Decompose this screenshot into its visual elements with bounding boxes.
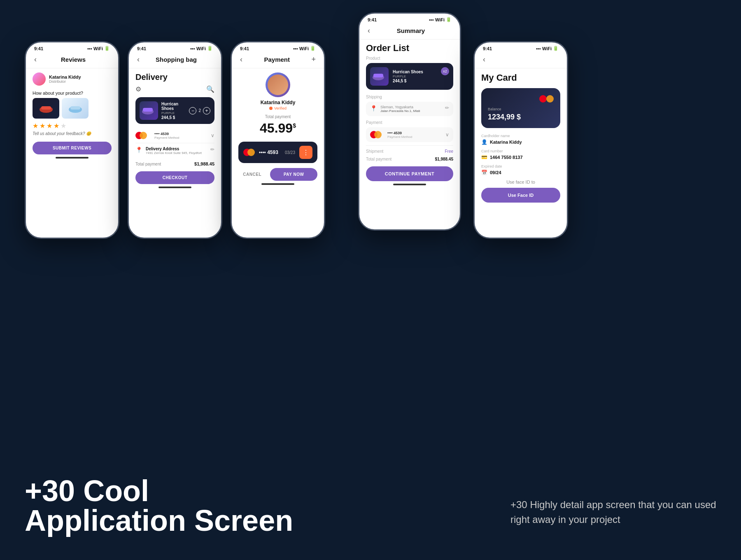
total-row-summary: Total payment $1,988.45 [366,155,453,163]
card-expiry: 03/23 [285,150,295,155]
svg-rect-7 [373,74,383,77]
status-icons-3: ▪▪▪ WiFi 🔋 [293,46,316,51]
product-price-bag: 244,5 $ [161,115,186,120]
bottom-bar-2 [158,187,191,188]
pay-now-button[interactable]: PAY NOW [270,168,317,181]
back-button-2[interactable]: ‹ [137,55,140,64]
product-thumbnail-summary [370,67,389,86]
cancel-button[interactable]: CANCEL [238,168,266,181]
chevron-down-summary[interactable]: ∨ [445,132,449,138]
review-question: How about your product? [33,91,112,96]
expired-label: Expired date [481,164,560,168]
product-name-bag: Hurrican Shoes [161,102,186,111]
total-value-bag: $1,988.45 [194,161,214,166]
card-number-label: Card number [481,149,560,153]
product-variant-summary: PURPLE [393,75,423,78]
bottom-bar-3 [261,183,294,185]
qty-number: 2 [198,108,201,113]
product-card-summary: Hurrican Shoes PURPLE 244,5 $ x2 [366,63,453,90]
product-name-summary: Hurrican Shoes [393,70,423,74]
card-number-payment: •••• 4593 [259,149,278,155]
bottom-text-right: +30 Highly detail app screen that you ca… [510,497,716,527]
reviewer-name: Katarina Kiddy [49,75,81,79]
shoe-dark [33,98,59,119]
payment-method-bag: Payment Method [154,136,179,140]
search-icon[interactable]: 🔍 [206,85,214,93]
back-button-1[interactable]: ‹ [34,55,37,64]
divider-1 [366,145,453,146]
shoe-light [62,98,89,119]
phone-payment: 9:41 ▪▪▪ WiFi 🔋 ‹ Payment + Katarina Kid… [231,41,325,239]
status-time-2: 9:41 [137,46,146,51]
bottom-text-left: +30 Cool Application Screen [25,476,293,535]
heading-line2: Application Screen [25,506,293,535]
product-card-bag: Hurrican Shoes PURPLE 244,5 $ − 2 + [135,97,214,124]
status-bar-3: 9:41 ▪▪▪ WiFi 🔋 [232,42,324,53]
product-thumbnail-bag [140,101,158,120]
status-bar-2: 9:41 ▪▪▪ WiFi 🔋 [129,42,221,53]
svg-rect-1 [41,106,51,110]
filter-icon[interactable]: ⚙ [135,85,141,93]
status-bar-5: 9:41 ▪▪▪ WiFi 🔋 [475,42,567,53]
plus-icon[interactable]: + [311,55,316,64]
qty-badge-summary: x2 [441,67,449,75]
back-button-4[interactable]: ‹ [368,26,370,35]
balance-value: 1234,99 $ [488,113,554,121]
phone-header-2: ‹ Shopping bag [129,53,221,68]
edit-icon[interactable]: ✏ [210,147,214,152]
phone-my-card: 9:41 ▪▪▪ WiFi 🔋 ‹ My Card Balance 1234,9… [473,41,568,239]
mastercard-icon-bag [135,131,147,140]
edit-icon-summary[interactable]: ✏ [445,105,449,111]
product-variant-bag: PURPLE [161,111,186,115]
verified-text: Verified [274,106,287,110]
shipping-address: Jalan Pancasila No.1, Mlati [380,109,420,113]
verified-dot [269,107,273,110]
status-time-1: 9:41 [34,46,43,51]
status-icons-2: ▪▪▪ WiFi 🔋 [190,46,213,51]
mastercard-icon-summary [370,131,382,139]
phone-header-3: ‹ Payment + [232,53,324,68]
heading-line1: +30 Cool [25,476,293,506]
payment-detail-row: •••• 4539 Payment Method ∨ [366,127,453,142]
status-time-3: 9:41 [240,46,249,51]
checkout-button[interactable]: CHECKOUT [135,171,214,184]
person-icon: 👤 [481,139,487,145]
status-bar-4: 9:41 ▪▪▪ WiFi 🔋 [359,14,460,24]
status-bar-1: 9:41 ▪▪▪ WiFi 🔋 [26,42,118,53]
payment-section: Payment •••• 4539 Payment Method ∨ [366,120,453,142]
submit-reviews-button[interactable]: SUBMIT REVIEWS [33,142,112,154]
chevron-down-icon[interactable]: ∨ [211,133,214,138]
bottom-bar-4 [393,184,426,185]
face-id-button[interactable]: Use Face ID [481,188,560,203]
mastercard-card-icon [539,95,554,104]
card-options-button[interactable]: ⋮ [299,146,312,159]
phone2-content: Delivery ⚙ 🔍 Hurrican Shoes PURPLE 244,5… [129,68,221,184]
header-title-2: Shopping bag [156,56,197,63]
continue-payment-button[interactable]: CONTINUE PAYMENT [366,166,453,181]
qty-plus-button[interactable]: + [203,107,210,114]
header-title-3: Payment [264,56,290,63]
back-button-3[interactable]: ‹ [240,55,242,64]
big-price: 45.99$ [238,121,317,136]
credit-card: Balance 1234,99 $ [481,88,560,128]
shipment-value: Free [445,149,453,154]
cardholder-value: 👤 Katarina Kiddy [481,139,560,145]
location-icon: 📍 [135,147,142,153]
total-row-bag: Total payment $1,988.45 [135,158,214,170]
delivery-title: Delivery [135,72,214,82]
delivery-address-row: 📍 Delivery Address 7491 Zernsk Knoll Sui… [135,143,214,158]
pay-actions: CANCEL PAY NOW [238,168,317,181]
cardholder-label: Cardholder name [481,134,560,138]
reviewer-role: Distributor [49,79,81,84]
filter-row: ⚙ 🔍 [135,85,214,93]
star-4: ★ [54,122,59,130]
total-label-summary: Total payment [366,157,391,161]
status-time-4: 9:41 [368,17,377,22]
shipment-label: Shipment [366,149,383,154]
back-button-5[interactable]: ‹ [483,55,485,64]
star-2: ★ [40,122,45,130]
stars-row: ★ ★ ★ ★ ★ [33,122,112,130]
qty-minus-button[interactable]: − [189,107,196,114]
status-icons-5: ▪▪▪ WiFi 🔋 [536,46,559,51]
delivery-address-title: Delivery Address [146,147,202,151]
